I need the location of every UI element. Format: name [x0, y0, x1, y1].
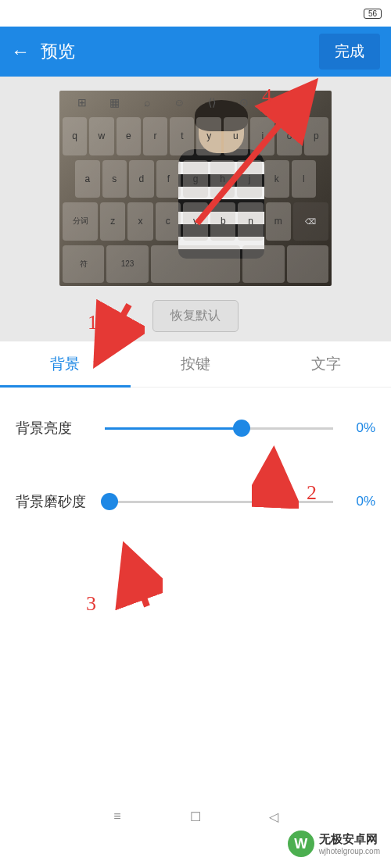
watermark-title: 无极安卓网	[319, 832, 380, 847]
key-w[interactable]: w	[89, 117, 113, 155]
key-123[interactable]: 123	[106, 245, 148, 284]
brightness-thumb[interactable]	[233, 420, 250, 437]
restore-default-button[interactable]: 恢复默认	[152, 300, 239, 332]
search-icon[interactable]: ⌕	[139, 95, 155, 110]
key-split[interactable]: 分词	[63, 202, 98, 241]
menu-icon[interactable]: ≡	[109, 809, 125, 824]
brightness-slider[interactable]	[105, 427, 333, 430]
key-r[interactable]: r	[143, 117, 167, 155]
emoji-icon[interactable]: ☺	[171, 95, 187, 110]
annotation-arrow-1	[82, 297, 145, 375]
status-bar: 56	[0, 0, 391, 27]
tabs: 背景 按键 文字	[0, 341, 391, 388]
blur-slider[interactable]	[105, 501, 333, 503]
annotation-arrow-4	[189, 75, 330, 231]
blur-slider-row: 背景磨砂度 0%	[16, 492, 375, 511]
key-c[interactable]: c	[156, 202, 181, 241]
key-q[interactable]: q	[63, 117, 87, 155]
battery-level: 56	[364, 9, 382, 19]
sliders-panel: 背景亮度 0% 背景磨砂度 0%	[0, 388, 391, 511]
tab-text[interactable]: 文字	[260, 341, 391, 387]
svg-line-1	[96, 305, 129, 363]
watermark-url: wjhotelgroup.com	[319, 847, 380, 855]
svg-line-0	[197, 83, 314, 223]
watermark-logo-icon	[288, 830, 314, 857]
done-button[interactable]: 完成	[319, 34, 380, 70]
key-s[interactable]: s	[102, 160, 127, 198]
home-icon[interactable]: ☐	[188, 809, 203, 824]
back-icon[interactable]: ←	[11, 42, 30, 61]
page-title: 预览	[41, 40, 319, 63]
nav-bar: ≡ ☐ ◁	[0, 801, 391, 832]
key-d[interactable]: d	[129, 160, 154, 198]
key-a[interactable]: a	[75, 160, 100, 198]
key-enter[interactable]	[287, 245, 328, 284]
tab-keys[interactable]: 按键	[131, 341, 261, 387]
brightness-label: 背景亮度	[16, 419, 94, 438]
key-symbol[interactable]: 符	[63, 245, 104, 284]
svg-line-2	[271, 452, 274, 503]
header: ← 预览 完成	[0, 27, 391, 77]
layout-icon[interactable]: ▦	[106, 95, 122, 110]
key-x[interactable]: x	[127, 202, 152, 241]
key-e[interactable]: e	[117, 117, 141, 155]
brightness-value: 0%	[344, 420, 375, 436]
grid-icon[interactable]: ⊞	[74, 95, 90, 110]
watermark: 无极安卓网 wjhotelgroup.com	[288, 830, 380, 857]
brightness-slider-row: 背景亮度 0%	[16, 419, 375, 438]
blur-label: 背景磨砂度	[16, 492, 94, 511]
blur-value: 0%	[344, 494, 375, 509]
back-nav-icon[interactable]: ◁	[266, 809, 282, 824]
svg-line-3	[125, 547, 147, 606]
key-lang[interactable]	[242, 245, 284, 284]
key-f[interactable]: f	[156, 160, 181, 198]
annotation-arrow-3	[108, 538, 163, 612]
key-z[interactable]: z	[100, 202, 125, 241]
annotation-3: 3	[86, 592, 96, 616]
blur-thumb[interactable]	[101, 493, 118, 510]
keyboard-row-4: 符 123	[63, 245, 328, 284]
status-right: 56	[364, 9, 382, 19]
key-space[interactable]	[151, 245, 240, 284]
annotation-arrow-2	[252, 442, 299, 509]
